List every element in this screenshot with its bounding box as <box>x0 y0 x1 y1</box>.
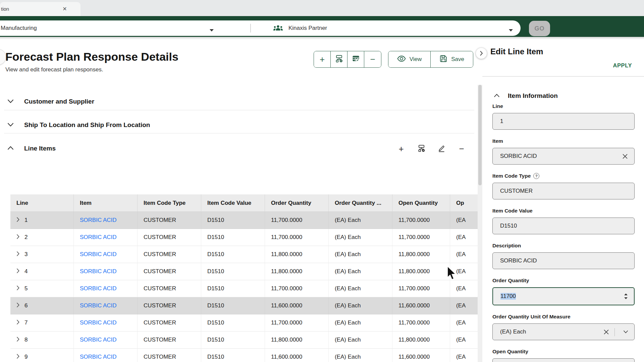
description-field[interactable]: SORBIC ACID <box>492 252 635 269</box>
table-row[interactable]: 1SORBIC ACIDCUSTOMERD151011,700.0000(EA)… <box>10 212 478 229</box>
chevron-up-icon[interactable] <box>7 145 14 152</box>
table-edit-icon <box>352 54 360 64</box>
chevron-down-icon[interactable] <box>7 122 14 128</box>
column-header[interactable]: Item Code Value <box>201 194 265 212</box>
code-value-cell: D1510 <box>207 217 224 224</box>
column-header[interactable]: Order Quantity ... <box>329 194 392 212</box>
item-code-type-field[interactable]: CUSTOMER <box>492 183 635 199</box>
field-label-text: Item Code Value <box>492 208 533 214</box>
edit-table-button[interactable] <box>347 51 364 67</box>
item-link[interactable]: SORBIC ACID <box>80 251 117 258</box>
number-stepper-icon[interactable] <box>624 288 628 305</box>
column-header[interactable]: Op <box>450 194 478 212</box>
table-row[interactable]: 6SORBIC ACIDCUSTOMERD151011,600.0000(EA)… <box>10 297 478 314</box>
clear-icon[interactable] <box>604 324 609 340</box>
chevron-up-icon[interactable] <box>494 93 500 99</box>
open-quantity-label: Open Quantity <box>492 349 635 355</box>
partner-select[interactable]: Kinaxis Partner <box>288 25 327 32</box>
clear-icon[interactable] <box>623 148 628 164</box>
section-line-items[interactable]: Line Items <box>7 145 56 152</box>
open-quantity-field[interactable]: 11700 <box>492 358 635 362</box>
panel-collapse-button[interactable] <box>476 48 487 59</box>
open-uom-cell: (EA <box>456 319 466 326</box>
order-qty-cell: 11,600.0000 <box>271 354 302 360</box>
scenario-select[interactable]: Manufacturing <box>1 25 37 32</box>
minus-icon: − <box>459 144 464 153</box>
item-link[interactable]: SORBIC ACID <box>80 268 117 275</box>
add-line-button[interactable]: + <box>395 143 407 155</box>
code-value-cell: D1510 <box>207 354 224 360</box>
add-button[interactable]: + <box>314 51 331 67</box>
item-link[interactable]: SORBIC ACID <box>80 354 117 360</box>
item-link[interactable]: SORBIC ACID <box>80 234 117 241</box>
edit-line-button[interactable] <box>435 143 447 155</box>
field-value: 1 <box>500 118 503 125</box>
help-icon[interactable]: ? <box>533 173 539 179</box>
column-header[interactable]: Order Quantity <box>265 194 329 212</box>
uom-cell: (EA) Each <box>335 337 361 343</box>
item-code-type-label: Item Code Type? <box>492 173 635 179</box>
item-link[interactable]: SORBIC ACID <box>80 285 117 292</box>
column-header[interactable]: Item <box>74 194 138 212</box>
table-row[interactable]: 5SORBIC ACIDCUSTOMERD151011,700.0000(EA)… <box>10 280 478 297</box>
row-expand-chevron-icon[interactable] <box>16 251 20 258</box>
order-quantity-unit-of-measure-field[interactable]: (EA) Each <box>492 323 635 340</box>
table-row[interactable]: 2SORBIC ACIDCUSTOMERD151011,700.0000(EA)… <box>10 229 478 246</box>
remove-button[interactable]: − <box>364 51 381 67</box>
view-button[interactable]: View <box>388 51 431 67</box>
item-link[interactable]: SORBIC ACID <box>80 302 117 309</box>
section-label: Ship To Location and Ship From Location <box>24 121 150 129</box>
column-header[interactable]: Item Code Type <box>138 194 201 212</box>
row-expand-chevron-icon[interactable] <box>16 285 20 292</box>
row-expand-chevron-icon[interactable] <box>16 234 20 241</box>
item-link[interactable]: SORBIC ACID <box>80 337 117 343</box>
browser-tab[interactable]: tion ✕ <box>0 2 80 16</box>
apply-button[interactable]: APPLY <box>613 62 632 69</box>
row-expand-chevron-icon[interactable] <box>16 302 20 309</box>
code-type-cell: CUSTOMER <box>144 337 176 343</box>
uom-cell: (EA) Each <box>335 319 361 326</box>
row-expand-chevron-icon[interactable] <box>16 217 20 224</box>
item-link[interactable]: SORBIC ACID <box>80 319 117 326</box>
line-field[interactable]: 1 <box>492 113 635 130</box>
scrollbar-thumb[interactable] <box>478 85 482 185</box>
order-quantity-field[interactable]: 11700 <box>492 287 635 305</box>
row-expand-chevron-icon[interactable] <box>16 319 20 326</box>
plus-icon: + <box>320 55 325 64</box>
tab-close-icon[interactable]: ✕ <box>61 6 68 12</box>
chevron-down-icon[interactable] <box>508 27 513 33</box>
column-header[interactable]: Open Quantity <box>392 194 450 212</box>
vertical-scrollbar[interactable] <box>478 85 482 362</box>
save-button[interactable]: Save <box>431 51 473 67</box>
go-button[interactable]: GO <box>529 21 550 36</box>
table-row[interactable]: 7SORBIC ACIDCUSTOMERD151011,700.0000(EA)… <box>10 314 478 331</box>
section-customer-supplier[interactable]: Customer and Supplier <box>7 98 94 105</box>
open-uom-cell: (EA <box>456 337 466 343</box>
item-field[interactable]: SORBIC ACID <box>492 148 635 165</box>
row-expand-chevron-icon[interactable] <box>16 337 20 344</box>
code-type-cell: CUSTOMER <box>144 285 176 292</box>
item-code-value-field[interactable]: D1510 <box>492 218 635 234</box>
hierarchy-line-button[interactable] <box>415 143 427 155</box>
code-type-cell: CUSTOMER <box>144 251 176 258</box>
section-ship-locations[interactable]: Ship To Location and Ship From Location <box>7 121 150 129</box>
table-row[interactable]: 8SORBIC ACIDCUSTOMERD151011,800.0000(EA)… <box>10 331 478 349</box>
uom-cell: (EA) Each <box>335 285 361 292</box>
remove-line-button[interactable]: − <box>455 143 468 155</box>
table-row[interactable]: 3SORBIC ACIDCUSTOMERD151011,800.0000(EA)… <box>10 246 478 263</box>
chevron-down-icon[interactable] <box>623 324 628 340</box>
line-items-table: LineItemItem Code TypeItem Code ValueOrd… <box>10 194 478 362</box>
item-information-section[interactable]: Item Information <box>494 92 558 100</box>
field-label-text: Item <box>492 138 503 144</box>
row-expand-chevron-icon[interactable] <box>16 268 20 275</box>
row-expand-chevron-icon[interactable] <box>16 354 20 361</box>
column-header[interactable]: Line <box>10 194 74 212</box>
chevron-down-icon[interactable] <box>209 27 214 33</box>
table-row[interactable]: 9SORBIC ACIDCUSTOMERD151011,600.0000(EA)… <box>10 349 478 362</box>
item-link[interactable]: SORBIC ACID <box>80 217 117 224</box>
table-row[interactable]: 4SORBIC ACIDCUSTOMERD151011,800.0000(EA)… <box>10 263 478 280</box>
hierarchy-button[interactable] <box>331 51 347 67</box>
partner-group-icon <box>273 24 283 33</box>
chevron-down-icon[interactable] <box>7 99 14 105</box>
code-type-cell: CUSTOMER <box>144 302 176 309</box>
